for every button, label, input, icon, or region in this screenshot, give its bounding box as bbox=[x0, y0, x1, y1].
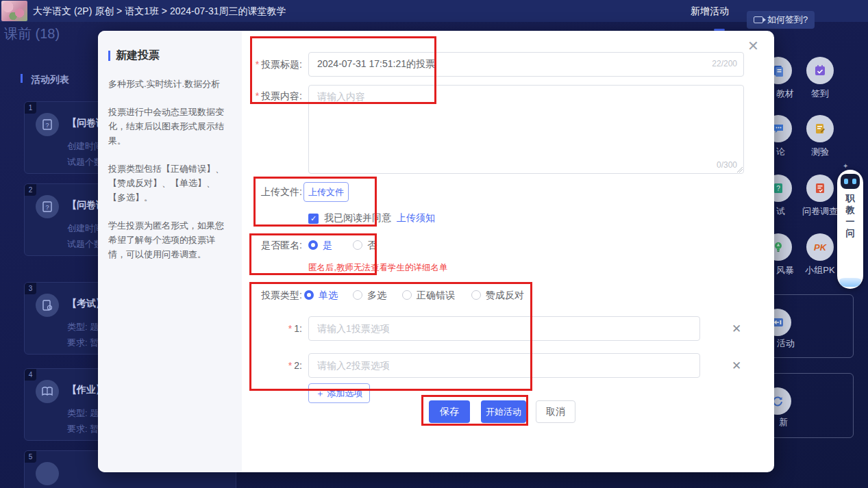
activity-list-title: 活动列表 bbox=[21, 74, 69, 86]
close-icon[interactable]: ✕ bbox=[747, 39, 759, 53]
anonymous-warning: 匿名后,教师无法查看学生的详细名单 bbox=[308, 262, 447, 274]
add-option-button[interactable]: ＋ 添加选项 bbox=[308, 383, 370, 403]
sign-in-tool-icon[interactable] bbox=[806, 57, 834, 84]
new-vote-dialog: 新建投票 多种形式.实时统计.数据分析 投票进行中会动态呈现数据变化，结束后以图… bbox=[98, 31, 774, 472]
vote-type-truefalse-radio[interactable]: 正确错误 bbox=[402, 290, 455, 302]
option-1-field-wrap bbox=[308, 316, 700, 341]
how-to-sign-button[interactable]: 如何签到? bbox=[747, 11, 815, 29]
brainstorm-label: 风暴 bbox=[776, 264, 794, 277]
card-index-badge: 3 bbox=[25, 283, 36, 294]
radio-icon bbox=[402, 290, 412, 300]
agree-row: ✓ 我已阅读并同意 上传须知 bbox=[308, 213, 435, 224]
pk-icon: PK bbox=[814, 242, 826, 253]
vote-type-multi-radio[interactable]: 多选 bbox=[353, 290, 386, 302]
screen: 大学语文 (2P) 原创 > 语文1班 > 2024-07-31周三的课堂教学 … bbox=[0, 0, 868, 488]
book-icon bbox=[36, 380, 59, 403]
survey-doc-icon: ? bbox=[36, 195, 59, 218]
how-to-sign-label: 如何签到? bbox=[767, 14, 808, 26]
card-line2: 要求: 暂 bbox=[67, 423, 99, 435]
upload-file-label: 上传文件: bbox=[242, 182, 302, 202]
agree-checkbox[interactable]: ✓ bbox=[308, 214, 319, 224]
card-line2: 要求: 暂 bbox=[67, 337, 99, 349]
resize-handle[interactable] bbox=[736, 166, 743, 172]
survey-doc-icon: ? bbox=[36, 113, 59, 136]
radio-selected-icon bbox=[308, 240, 318, 250]
assistant-wave-decoration bbox=[839, 278, 861, 287]
remove-option-2-icon[interactable]: ✕ bbox=[730, 359, 743, 373]
test-label: 试 bbox=[776, 205, 785, 218]
radio-icon bbox=[353, 290, 362, 300]
breadcrumb: 大学语文 (2P) 原创 > 语文1班 > 2024-07-31周三的课堂教学 bbox=[33, 0, 286, 22]
svg-text:?: ? bbox=[45, 204, 49, 211]
card-line1: 类型: 题 bbox=[67, 321, 99, 333]
vote-content-label: *投票内容: bbox=[242, 90, 302, 104]
option-1-label: *1: bbox=[242, 316, 302, 341]
option-2-input[interactable] bbox=[308, 353, 700, 378]
dialog-desc-1: 多种形式.实时统计.数据分析 bbox=[108, 77, 230, 91]
card-index-badge: 2 bbox=[25, 184, 36, 196]
upload-file-button[interactable]: 上传文件 bbox=[303, 182, 349, 202]
remove-option-1-icon[interactable]: ✕ bbox=[730, 322, 743, 336]
refresh-label: 新 bbox=[779, 416, 788, 428]
option-2-label: *2: bbox=[242, 353, 302, 378]
radio-selected-icon bbox=[304, 290, 314, 300]
robot-eye bbox=[852, 179, 856, 184]
questionnaire-tool-icon[interactable] bbox=[806, 175, 834, 202]
cancel-button[interactable]: 取消 bbox=[536, 400, 575, 423]
dialog-desc-3: 投票类型包括【正确错误】、【赞成反对】、【单选】、【多选】。 bbox=[108, 162, 230, 205]
quiz-tool-icon[interactable] bbox=[806, 115, 834, 142]
upload-notice-link[interactable]: 上传须知 bbox=[397, 212, 435, 224]
discussion-label: 论 bbox=[776, 146, 785, 158]
svg-text:?: ? bbox=[45, 122, 49, 129]
vote-type-agree-radio[interactable]: 赞成反对 bbox=[471, 290, 524, 302]
group-pk-tool-icon[interactable]: PK bbox=[806, 233, 834, 261]
course-cover-avatar bbox=[1, 1, 27, 21]
card-line1: 类型: 题 bbox=[67, 407, 99, 420]
stage-label: 课前 (18) bbox=[4, 25, 60, 43]
dialog-desc-4: 学生投票为匿名形式，如果您希望了解每个选项的投票详情，可以使用问卷调查。 bbox=[108, 218, 230, 261]
assistant-label: 职 教 一 问 bbox=[837, 192, 863, 239]
anonymous-label: 是否匿名: bbox=[242, 240, 302, 251]
option-2-field-wrap bbox=[308, 353, 700, 378]
svg-text:?: ? bbox=[776, 185, 780, 192]
import-activity-label: 活动 bbox=[777, 337, 795, 350]
robot-icon bbox=[841, 174, 860, 189]
vote-title-input[interactable] bbox=[308, 52, 744, 77]
vote-type-label: 投票类型: bbox=[242, 290, 302, 300]
vote-form: ✕ *投票标题: 22/200 *投票内容: 0/300 上传文件: 上传文件 … bbox=[242, 31, 774, 472]
camera-icon bbox=[754, 16, 763, 23]
vote-content-textarea[interactable] bbox=[308, 85, 744, 174]
agree-text: 我已阅读并同意 bbox=[324, 212, 391, 224]
quiz-label: 测验 bbox=[793, 146, 847, 158]
radio-icon bbox=[353, 240, 362, 250]
textbook-label: 教材 bbox=[776, 88, 794, 100]
title-char-counter: 22/200 bbox=[712, 59, 737, 68]
exam-icon bbox=[36, 294, 59, 317]
add-activity-tab[interactable]: 新增活动 bbox=[691, 0, 729, 22]
option-1-input[interactable] bbox=[308, 316, 700, 341]
assistant-widget[interactable]: ✦ 职 教 一 问 bbox=[837, 170, 863, 289]
anonymous-no-radio[interactable]: 否 bbox=[353, 240, 377, 252]
title-accent-bar bbox=[21, 74, 23, 83]
robot-eye bbox=[844, 179, 848, 184]
dialog-title: 新建投票 bbox=[108, 49, 230, 63]
card-index-badge: 4 bbox=[25, 369, 36, 381]
sign-in-label: 签到 bbox=[793, 88, 847, 100]
dialog-info-panel: 新建投票 多种形式.实时统计.数据分析 投票进行中会动态呈现数据变化，结束后以图… bbox=[98, 31, 242, 472]
top-header: 大学语文 (2P) 原创 > 语文1班 > 2024-07-31周三的课堂教学 … bbox=[0, 0, 868, 22]
card-index-badge: 1 bbox=[25, 102, 36, 114]
card-index-badge: 5 bbox=[25, 451, 36, 463]
radio-icon bbox=[471, 290, 481, 300]
title-accent-bar bbox=[108, 51, 110, 61]
start-activity-button[interactable]: 开始活动 bbox=[481, 400, 526, 423]
save-button[interactable]: 保存 bbox=[429, 400, 470, 423]
content-char-counter: 0/300 bbox=[717, 160, 737, 170]
vote-content-field-wrap: 0/300 bbox=[308, 85, 744, 174]
vote-title-field-wrap: 22/200 bbox=[308, 52, 744, 77]
anonymous-yes-radio[interactable]: 是 bbox=[308, 240, 332, 252]
vote-type-single-radio[interactable]: 单选 bbox=[304, 290, 338, 302]
activity-icon bbox=[36, 462, 59, 485]
sparkle-icon: ✦ bbox=[843, 162, 848, 170]
dialog-desc-2: 投票进行中会动态呈现数据变化，结束后以图表形式展示结果。 bbox=[108, 105, 230, 148]
vote-title-label: *投票标题: bbox=[242, 52, 302, 77]
